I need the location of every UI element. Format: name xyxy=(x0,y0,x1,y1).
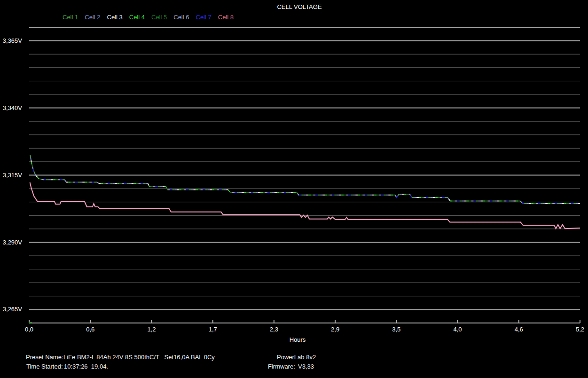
time-started-value: 10:37:26 19.04. xyxy=(64,363,108,370)
trace-cell-4 xyxy=(30,155,580,204)
x-tick-label-6: 3,5 xyxy=(392,326,400,333)
y-tick-label-3265: 3,265V xyxy=(3,306,23,313)
trace-cell-1 xyxy=(30,155,580,204)
trace-cell-8 xyxy=(30,182,580,228)
x-tick-label-0: 0,0 xyxy=(25,326,33,333)
y-tick-label-3365: 3,365V xyxy=(3,37,23,44)
time-started-label: Time Started: xyxy=(26,363,63,370)
trace-cell-6 xyxy=(30,155,580,204)
x-tick-label-1: 0,6 xyxy=(86,326,94,333)
app-window: CELL VOLTAGE Cell 1Cell 2Cell 3Cell 4Cel… xyxy=(0,0,588,378)
x-tick-label-5: 2,9 xyxy=(331,326,339,333)
voltage-chart: 3,365V3,340V3,315V3,290V3,265V0,00,61,21… xyxy=(0,0,588,378)
firmware-label: Firmware: xyxy=(268,363,295,370)
preset-name-value: LiFe BM2-L 84Ah 24V 8S 500thC/T Set16,0A… xyxy=(63,354,215,361)
trace-cell-7 xyxy=(30,155,580,204)
trace-cell-2 xyxy=(30,155,580,204)
x-tick-label-7: 4,0 xyxy=(453,326,462,333)
y-tick-label-3340: 3,340V xyxy=(3,104,23,111)
x-tick-label-4: 2,3 xyxy=(270,326,278,333)
x-axis-label: Hours xyxy=(290,336,306,343)
trace-cell-5 xyxy=(30,155,580,204)
y-tick-label-3315: 3,315V xyxy=(3,172,23,179)
device-name: PowerLab 8v2 xyxy=(277,354,316,361)
firmware-value: V3,33 xyxy=(298,363,314,370)
y-tick-label-3290: 3,290V xyxy=(3,239,23,246)
preset-name-label: Preset Name: xyxy=(26,354,63,361)
x-tick-label-9: 5,2 xyxy=(576,326,584,333)
x-tick-label-3: 1,7 xyxy=(209,326,217,333)
x-tick-label-8: 4,6 xyxy=(515,326,523,333)
trace-cell-3 xyxy=(30,155,580,204)
x-tick-label-2: 1,2 xyxy=(147,326,156,333)
